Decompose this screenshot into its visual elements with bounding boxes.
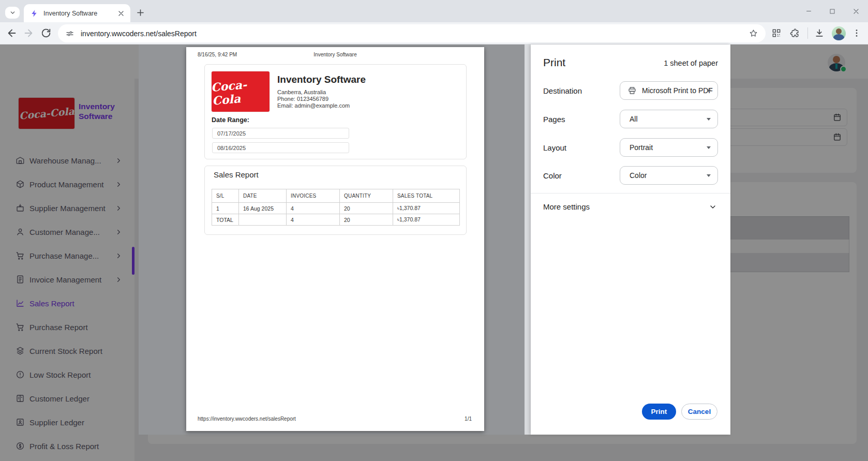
col-header: SALES TOTAL xyxy=(393,189,460,203)
minimize-icon xyxy=(805,8,812,14)
layout-label: Layout xyxy=(543,143,566,152)
color-select[interactable]: Color xyxy=(620,166,718,185)
address-bar[interactable]: inventory.wwcoders.net/salesReport xyxy=(58,24,766,42)
pages-select[interactable]: All xyxy=(620,110,718,128)
company-location: Canberra, Australia xyxy=(277,89,326,95)
company-name: Inventory Software xyxy=(277,74,366,85)
sales-report-card: Sales Report S/L DATE INVOICES QUANTITY … xyxy=(204,166,467,235)
close-icon xyxy=(852,8,860,15)
downloads-icon[interactable] xyxy=(814,28,825,38)
date-to-value: 08/16/2025 xyxy=(212,142,349,153)
layout-value: Portrait xyxy=(630,143,653,152)
tab-title: Inventory Software xyxy=(43,10,117,17)
table-row: 1 16 Aug 2025 4 20 ৳1,370.87 xyxy=(212,203,460,214)
site-settings-icon[interactable] xyxy=(65,29,74,38)
tab-search-chevron-icon xyxy=(9,9,16,16)
logo-text: Coca-Cola xyxy=(211,76,271,108)
menu-kebab-icon[interactable] xyxy=(851,28,862,38)
cell: TOTAL xyxy=(212,214,239,226)
tab-search-button[interactable] xyxy=(5,7,20,19)
date-from-value: 07/17/2025 xyxy=(212,128,349,139)
company-info-card: Coca-Cola Inventory Software Canberra, A… xyxy=(204,64,467,159)
cell xyxy=(239,214,287,226)
cell: 4 xyxy=(287,203,340,214)
extensions-puzzle-icon[interactable] xyxy=(790,28,800,38)
bookmark-star-icon[interactable] xyxy=(749,28,758,38)
back-arrow-icon[interactable] xyxy=(6,27,18,39)
dropdown-caret-icon xyxy=(707,146,711,149)
layout-select[interactable]: Portrait xyxy=(620,138,718,157)
browser-tab[interactable]: Inventory Software xyxy=(24,4,130,22)
color-label: Color xyxy=(543,171,562,180)
maximize-icon xyxy=(829,8,835,14)
company-phone: Phone: 0123456789 xyxy=(277,96,328,102)
print-preview-page: 8/16/25, 9:42 PM Inventory Software Coca… xyxy=(186,47,484,431)
destination-label: Destination xyxy=(543,86,582,95)
avatar-head xyxy=(836,28,842,34)
table-header-row: S/L DATE INVOICES QUANTITY SALES TOTAL xyxy=(212,189,460,203)
toolbar-separator xyxy=(807,27,808,39)
tab-bar: Inventory Software xyxy=(0,0,868,22)
company-email: Email: admin@example.com xyxy=(277,102,350,109)
pages-value: All xyxy=(630,115,638,123)
qr-code-icon[interactable] xyxy=(771,28,782,38)
cancel-button[interactable]: Cancel xyxy=(681,404,717,420)
col-header: S/L xyxy=(212,189,239,203)
printer-icon xyxy=(627,86,637,95)
col-header: QUANTITY xyxy=(340,189,393,203)
minimize-button[interactable] xyxy=(797,0,820,22)
url-text: inventory.wwcoders.net/salesReport xyxy=(81,29,197,38)
print-header-title: Inventory Software xyxy=(186,52,484,57)
cell: 20 xyxy=(340,203,393,214)
maximize-button[interactable] xyxy=(820,0,844,22)
print-dialog-title: Print xyxy=(543,56,565,69)
print-dialog-panel: Print 1 sheet of paper Destination Micro… xyxy=(531,44,730,435)
reload-icon[interactable] xyxy=(40,27,52,39)
more-settings-label: More settings xyxy=(543,202,590,211)
print-button[interactable]: Print xyxy=(642,404,676,420)
cell: ৳1,370.87 xyxy=(393,203,460,214)
dropdown-caret-icon xyxy=(707,90,711,92)
destination-select[interactable]: Microsoft Print to PDF xyxy=(620,81,718,100)
favicon-bolt-icon xyxy=(30,9,38,18)
cell: 4 xyxy=(287,214,340,226)
color-value: Color xyxy=(630,171,647,180)
cell: 20 xyxy=(340,214,393,226)
forward-arrow-icon xyxy=(23,27,34,39)
more-settings-button[interactable]: More settings xyxy=(531,194,730,220)
dropdown-caret-icon xyxy=(707,174,711,177)
preview-scrollbar[interactable] xyxy=(525,44,531,435)
destination-value: Microsoft Print to PDF xyxy=(642,86,713,95)
table-total-row: TOTAL 4 20 ৳1,370.87 xyxy=(212,214,460,226)
cell: 16 Aug 2025 xyxy=(239,203,287,214)
more-settings-chevron-icon xyxy=(709,203,717,211)
col-header: INVOICES xyxy=(287,189,340,203)
date-range-label: Date Range: xyxy=(212,116,249,124)
pages-label: Pages xyxy=(543,115,565,124)
print-footer-page: 1/1 xyxy=(465,416,472,422)
window-controls xyxy=(797,0,868,22)
close-button[interactable] xyxy=(844,0,868,22)
sales-report-table: S/L DATE INVOICES QUANTITY SALES TOTAL 1… xyxy=(212,189,460,226)
browser-window: Inventory Software inventory.wwcoders.ne… xyxy=(0,0,868,461)
cell: 1 xyxy=(212,203,239,214)
company-logo: Coca-Cola xyxy=(212,71,270,112)
profile-avatar[interactable] xyxy=(832,26,846,40)
sheet-count: 1 sheet of paper xyxy=(664,59,718,67)
tab-close-icon[interactable] xyxy=(117,9,125,18)
cell: ৳1,370.87 xyxy=(393,214,460,226)
col-header: DATE xyxy=(239,189,287,203)
print-footer-url: https://inventory.wwcoders.net/salesRepo… xyxy=(198,416,296,422)
report-title: Sales Report xyxy=(214,170,259,179)
new-tab-plus-icon[interactable] xyxy=(136,8,145,18)
dropdown-caret-icon xyxy=(707,118,711,121)
